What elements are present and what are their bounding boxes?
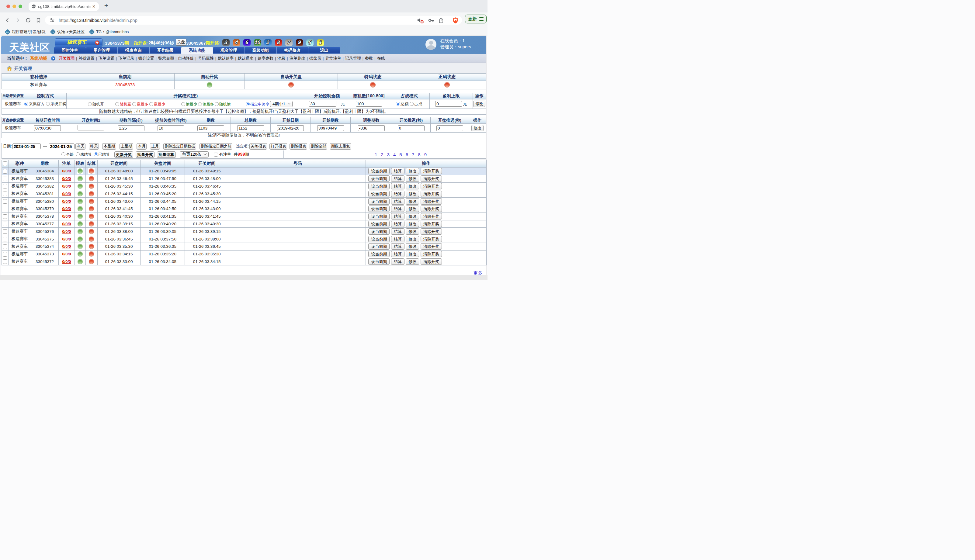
set-current-button[interactable]: 设当前期 <box>368 258 390 265</box>
subnav-link[interactable]: 自动降倍 <box>178 56 194 60</box>
url-bar[interactable]: https://sg138.timibbs.vip/hide/admin.php <box>45 16 462 25</box>
date-button[interactable]: 本月 <box>137 143 147 150</box>
radio-random-lose[interactable] <box>215 102 219 106</box>
clear-draw-button[interactable]: 清除开奖 <box>421 191 442 197</box>
subnav-link[interactable]: 参数 <box>365 56 373 60</box>
date-to-input[interactable]: 2024-01-25 <box>49 143 75 149</box>
nav-tab[interactable]: 退出 <box>308 47 340 54</box>
date-button[interactable]: 今天 <box>75 143 85 150</box>
settle-button[interactable]: 结算 <box>391 258 405 265</box>
params-modify-button[interactable]: 修改 <box>472 125 483 131</box>
orders-link[interactable]: 0/0/0 <box>62 169 71 173</box>
date-button[interactable]: 本星期 <box>102 143 116 150</box>
set-current-button[interactable]: 设当前期 <box>368 243 390 250</box>
settle-button[interactable]: 结算 <box>391 198 405 205</box>
row-checkbox[interactable] <box>3 192 7 196</box>
set-current-button[interactable]: 设当前期 <box>368 251 390 257</box>
date-button[interactable]: 上月 <box>150 143 160 150</box>
select-all-checkbox[interactable] <box>3 162 7 166</box>
option-button[interactable]: 打开报表 <box>270 143 287 150</box>
date-from-input[interactable]: 2024-01-25 <box>12 143 41 149</box>
settle-button[interactable]: 结算 <box>391 183 405 189</box>
settle-status-ball[interactable] <box>89 199 94 204</box>
settle-button[interactable]: 结算 <box>391 236 405 242</box>
start-date-input[interactable]: 2019-02-20 <box>277 125 304 131</box>
report-status-ball[interactable] <box>78 259 83 264</box>
radio-random-win[interactable] <box>115 102 119 106</box>
option-button[interactable]: 关闭报表 <box>249 143 267 150</box>
brave-icon[interactable] <box>453 17 458 24</box>
first-open-time-input[interactable]: 07:00:30 <box>34 125 61 131</box>
modify-row-button[interactable]: 修改 <box>406 191 419 197</box>
settle-button[interactable]: 结算 <box>391 221 405 227</box>
clear-draw-button[interactable]: 清除开奖 <box>421 236 442 242</box>
settle-status-ball[interactable] <box>89 183 94 189</box>
option-button[interactable]: 删除报表 <box>290 143 307 150</box>
nav-tab[interactable]: 高级功能 <box>245 47 277 54</box>
modify-row-button[interactable]: 修改 <box>406 243 419 250</box>
bookmark-icon[interactable] <box>34 17 42 24</box>
random-num-input[interactable]: 100 <box>356 101 382 107</box>
settle-radio[interactable] <box>76 152 80 156</box>
set-current-button[interactable]: 设当前期 <box>368 168 390 174</box>
orders-link[interactable]: 0/0/0 <box>62 244 71 249</box>
zoom-window-button[interactable] <box>18 5 22 8</box>
clear-draw-button[interactable]: 清除开奖 <box>421 175 442 182</box>
clear-draw-button[interactable]: 清除开奖 <box>421 198 442 205</box>
orders-link[interactable]: 0/0/0 <box>62 222 71 226</box>
settle-status-ball[interactable] <box>89 259 94 264</box>
report-status-ball[interactable] <box>78 191 83 197</box>
clear-draw-button[interactable]: 清除开奖 <box>421 183 442 189</box>
settle-radio[interactable] <box>94 152 98 156</box>
minimize-window-button[interactable] <box>12 5 16 8</box>
nav-tab[interactable]: 报表查询 <box>118 47 150 54</box>
radio-lose-most[interactable] <box>198 102 202 106</box>
set-current-button[interactable]: 设当前期 <box>368 191 390 197</box>
url-text[interactable]: https://sg138.timibbs.vip/hide/admin.php <box>59 18 417 23</box>
orders-link[interactable]: 0/0/0 <box>62 252 71 256</box>
tab-close-icon[interactable]: ✕ <box>92 4 96 9</box>
open-time2-input[interactable] <box>78 125 104 130</box>
status-ball-green[interactable] <box>207 82 212 88</box>
reload-button[interactable] <box>24 17 32 24</box>
subnav-link[interactable]: 开奖管理 <box>59 56 75 60</box>
settle-button[interactable]: 结算 <box>391 213 405 220</box>
has-order-checkbox[interactable] <box>214 153 218 157</box>
subnav-link[interactable]: 默认退水 <box>238 56 253 60</box>
subnav-link[interactable]: 操盘员 <box>309 56 321 60</box>
subnav-link[interactable]: 警示金额 <box>158 56 174 60</box>
modify-row-button[interactable]: 修改 <box>406 205 419 212</box>
normal-code-status[interactable] <box>408 80 486 89</box>
settle-button[interactable]: 结算 <box>391 243 405 250</box>
settle-button[interactable]: 结算 <box>391 175 405 182</box>
report-status-ball[interactable] <box>78 214 83 219</box>
clear-draw-button[interactable]: 清除开奖 <box>421 221 442 227</box>
row-checkbox[interactable] <box>3 245 7 249</box>
clear-draw-button[interactable]: 清除开奖 <box>421 243 442 250</box>
modify-row-button[interactable]: 修改 <box>406 258 419 265</box>
total-period-input[interactable]: 1152 <box>237 125 264 131</box>
subnav-link[interactable]: 飞单记录 <box>118 56 134 60</box>
special-code-status[interactable] <box>338 80 408 89</box>
modify-row-button[interactable]: 修改 <box>406 183 419 189</box>
close-market-button[interactable]: 关盘 <box>176 38 187 46</box>
orders-link[interactable]: 0/0/0 <box>62 259 71 264</box>
radio-system[interactable] <box>46 102 50 106</box>
batch-button[interactable]: 更新开奖 <box>114 152 133 158</box>
report-status-ball[interactable] <box>78 244 83 249</box>
radio-win-most[interactable] <box>132 102 136 106</box>
modify-row-button[interactable]: 修改 <box>406 236 419 242</box>
subnav-link[interactable]: 记录管理 <box>345 56 361 60</box>
orders-link[interactable]: 0/0/0 <box>62 229 71 234</box>
set-current-button[interactable]: 设当前期 <box>368 175 390 182</box>
report-status-ball[interactable] <box>78 183 83 189</box>
game-selector[interactable]: 极速赛车 <box>55 38 102 47</box>
report-status-ball[interactable] <box>78 176 83 181</box>
settle-status-ball[interactable] <box>89 244 94 249</box>
row-checkbox[interactable] <box>3 177 7 181</box>
settle-status-ball[interactable] <box>89 229 94 234</box>
close-window-button[interactable] <box>7 5 10 8</box>
interval-input[interactable]: 1.25 <box>118 125 145 131</box>
preclose-input[interactable]: 10 <box>158 125 184 131</box>
modify-row-button[interactable]: 修改 <box>406 168 419 174</box>
